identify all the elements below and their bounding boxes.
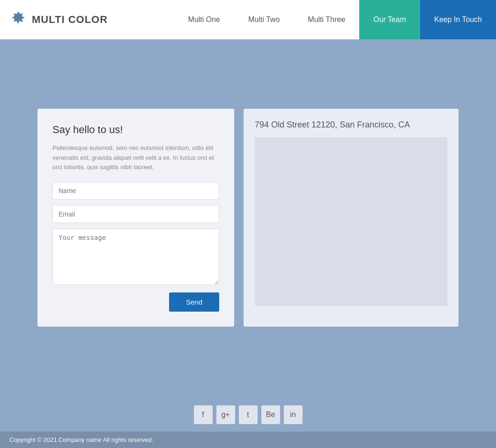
form-title: Say hello to us! xyxy=(52,124,219,136)
send-button[interactable]: Send xyxy=(169,292,219,312)
form-description: Pellentesque euismod, sem nec euismod in… xyxy=(52,143,219,172)
copyright-text: Copyright © 2021.Company name All rights… xyxy=(9,436,153,443)
name-input[interactable] xyxy=(52,182,219,200)
email-input[interactable] xyxy=(52,205,219,223)
map-placeholder xyxy=(255,137,447,306)
nav-item-our-team[interactable]: Our Team xyxy=(359,0,420,39)
facebook-icon[interactable]: f xyxy=(194,405,213,424)
nav-item-multi-three[interactable]: Multi Three xyxy=(294,0,359,39)
social-icons-row: f g+ t Be in xyxy=(0,405,496,424)
main-content: Say hello to us! Pellentesque euismod, s… xyxy=(0,39,496,396)
main-nav: Multi One Multi Two Multi Three Our Team… xyxy=(122,0,496,39)
behance-icon[interactable]: Be xyxy=(261,405,280,424)
copyright-bar: Copyright © 2021.Company name All rights… xyxy=(0,432,496,448)
logo-text: MULTI COLOR xyxy=(32,14,108,26)
twitter-icon[interactable]: t xyxy=(239,405,258,424)
gear-icon xyxy=(9,9,27,31)
google-plus-icon[interactable]: g+ xyxy=(216,405,235,424)
content-row: Say hello to us! Pellentesque euismod, s… xyxy=(37,109,459,327)
nav-item-multi-one[interactable]: Multi One xyxy=(174,0,234,39)
header: MULTI COLOR Multi One Multi Two Multi Th… xyxy=(0,0,496,39)
nav-item-multi-two[interactable]: Multi Two xyxy=(234,0,294,39)
map-card: 794 Old Street 12120, San Francisco, CA xyxy=(244,109,459,327)
map-address: 794 Old Street 12120, San Francisco, CA xyxy=(255,120,447,130)
linkedin-icon[interactable]: in xyxy=(284,405,303,424)
contact-form-card: Say hello to us! Pellentesque euismod, s… xyxy=(37,109,234,327)
footer: f g+ t Be in Copyright © 2021.Company na… xyxy=(0,396,496,448)
message-input[interactable] xyxy=(52,229,219,285)
nav-item-keep-in-touch[interactable]: Keep In Touch xyxy=(420,0,496,39)
logo-area: MULTI COLOR xyxy=(0,9,122,31)
